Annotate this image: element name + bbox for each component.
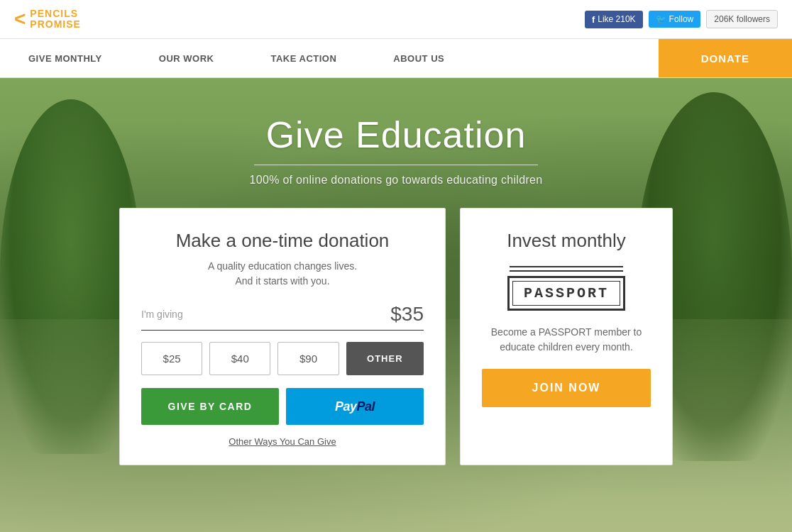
header-social: f Like 210K 🐦 Follow 206K followers	[585, 10, 778, 28]
nav-about-us-label: ABOUT US	[393, 53, 444, 64]
amount-row: I'm giving $35	[141, 303, 424, 331]
passport-line-1	[510, 266, 623, 267]
other-ways-link[interactable]: Other Ways You Can Give	[141, 436, 424, 447]
fb-like-label: Like 210K	[598, 14, 635, 24]
passport-area: PASSPORT	[482, 266, 651, 311]
nav-our-work-label: OUR WORK	[159, 53, 214, 64]
monthly-card-title: Invest monthly	[482, 230, 651, 252]
give-card-label: GIVE BY CARD	[168, 401, 253, 412]
join-now-button[interactable]: JOIN NOW	[482, 369, 651, 407]
logo-promise: PROMISE	[30, 19, 81, 30]
preset-25-label: $25	[163, 353, 181, 365]
twitter-icon: 🐦	[656, 14, 666, 24]
nav-take-action-label: TAKE ACTION	[270, 53, 336, 64]
donation-card-title: Make a one-time donation	[141, 230, 424, 252]
preset-buttons: $25 $40 $90 OTHER	[141, 342, 424, 375]
preset-other-label: OTHER	[367, 353, 403, 364]
hero-section: Give Education 100% of online donations …	[0, 78, 792, 532]
join-label: JOIN NOW	[532, 382, 601, 394]
donation-card: Make a one-time donation A quality educa…	[119, 208, 446, 465]
hero-divider	[254, 165, 538, 165]
preset-other-button[interactable]: OTHER	[346, 342, 424, 375]
nav-our-work[interactable]: OUR WORK	[131, 39, 243, 77]
donation-card-subtitle: A quality education changes lives. And i…	[141, 259, 424, 289]
logo-text: PENCILS PROMISE	[30, 9, 81, 31]
donation-subtitle-line2: And it starts with you.	[235, 275, 329, 287]
cards-row: Make a one-time donation A quality educa…	[105, 208, 687, 465]
passport-stamp: PASSPORT	[507, 276, 625, 311]
paypal-label: PayPal	[335, 399, 375, 414]
main-nav: GIVE MONTHLY OUR WORK TAKE ACTION ABOUT …	[0, 39, 792, 78]
preset-40-button[interactable]: $40	[209, 342, 270, 375]
nav-donate-button[interactable]: DONATE	[659, 39, 792, 77]
nav-about-us[interactable]: ABOUT US	[365, 39, 473, 77]
amount-label: I'm giving	[141, 309, 183, 320]
monthly-card-description: Become a PASSPORT member to educate chil…	[482, 325, 651, 355]
facebook-like-button[interactable]: f Like 210K	[585, 11, 643, 28]
hero-title: Give Education	[0, 113, 792, 156]
tw-follow-label: Follow	[669, 14, 694, 24]
nav-give-monthly[interactable]: GIVE MONTHLY	[0, 39, 131, 77]
followers-badge: 206K followers	[706, 10, 778, 28]
nav-donate-label: DONATE	[701, 52, 749, 65]
nav-take-action[interactable]: TAKE ACTION	[242, 39, 365, 77]
preset-25-button[interactable]: $25	[141, 342, 202, 375]
nav-give-monthly-label: GIVE MONTHLY	[28, 53, 102, 64]
amount-value: $35	[390, 303, 424, 326]
passport-lines	[510, 266, 623, 272]
action-buttons: GIVE BY CARD PayPal	[141, 388, 424, 425]
other-ways-label: Other Ways You Can Give	[229, 436, 336, 447]
twitter-follow-button[interactable]: 🐦 Follow	[649, 11, 701, 28]
logo-chevron-icon: <	[14, 9, 26, 29]
hero-content: Give Education 100% of online donations …	[0, 78, 792, 187]
passport-line-2	[510, 270, 623, 272]
give-by-card-button[interactable]: GIVE BY CARD	[141, 388, 279, 425]
donation-subtitle-line1: A quality education changes lives.	[208, 260, 357, 272]
passport-text: PASSPORT	[524, 285, 609, 301]
logo[interactable]: < PENCILS PROMISE	[14, 9, 81, 31]
header: < PENCILS PROMISE f Like 210K 🐦 Follow 2…	[0, 0, 792, 39]
monthly-card: Invest monthly PASSPORT Become a PASSPOR…	[460, 208, 673, 465]
paypal-button[interactable]: PayPal	[286, 388, 424, 425]
preset-90-button[interactable]: $90	[277, 342, 339, 375]
facebook-icon: f	[592, 14, 595, 25]
preset-90-label: $90	[299, 353, 317, 365]
preset-40-label: $40	[231, 353, 249, 365]
logo-pencils: PENCILS	[30, 9, 81, 19]
hero-subtitle: 100% of online donations go towards educ…	[0, 174, 792, 187]
